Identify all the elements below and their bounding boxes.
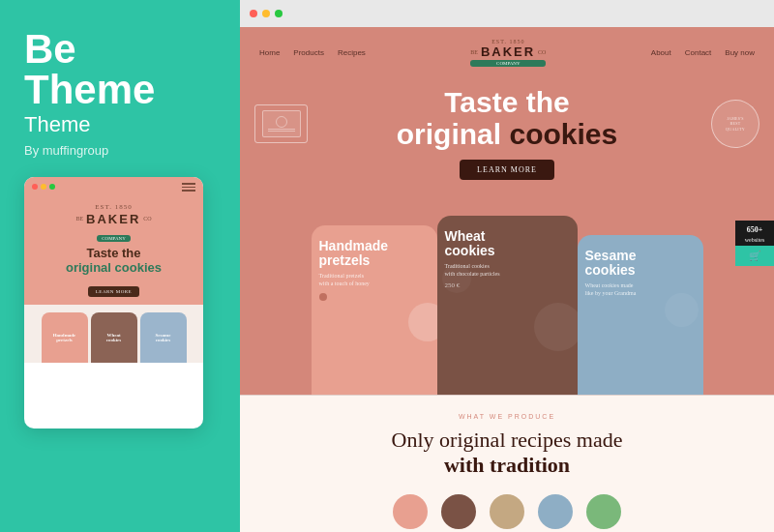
nav-products[interactable]: Products — [293, 48, 324, 57]
desktop-topbar — [240, 0, 774, 27]
nav-contact[interactable]: Contact — [685, 48, 712, 57]
mobile-dot-yellow — [41, 184, 46, 190]
mobile-window-dots — [32, 184, 55, 190]
mobile-company-badge: COMPANY — [97, 235, 131, 242]
bottom-headline: Only original recipes made with traditio… — [259, 428, 755, 479]
mobile-product-wheat: Wheatcookies — [91, 312, 137, 363]
circle-pink — [393, 494, 428, 529]
mobile-product-pretzels: Handmadepretzels — [42, 312, 88, 363]
stamp-circle — [276, 116, 287, 128]
desktop-preview: Home Products Recipes EST. 1850 BE BAKER… — [240, 0, 774, 532]
desktop-dot-yellow — [262, 10, 270, 17]
quality-text: JAMES'SBESTQUALITY — [726, 116, 745, 133]
mobile-cta-button[interactable]: LEARN MORE — [88, 286, 139, 297]
product-pretzels-desc: Traditional pretzelswith a touch of hone… — [319, 273, 430, 288]
bottom-circle-row — [259, 494, 755, 529]
mobile-product-sesame: Sesamecookies — [140, 312, 187, 363]
mobile-co-label: CO — [143, 216, 151, 222]
desktop-headline: Taste the original cookies — [259, 86, 755, 150]
nav-home[interactable]: Home — [259, 48, 280, 57]
desktop-dot-red — [250, 10, 257, 17]
mobile-dot-red — [32, 184, 38, 190]
mobile-hamburger-icon[interactable] — [182, 183, 195, 192]
mobile-headline: Taste the original cookies — [34, 246, 194, 276]
desktop-logo: EST. 1850 BE BAKER CO COMPANY — [470, 39, 546, 67]
circle-beige — [490, 494, 524, 529]
stamp-line-2 — [268, 131, 295, 132]
product-pretzels: Handmadepretzels Traditional pretzelswit… — [312, 225, 437, 395]
cta-buy-now-badge[interactable]: 🛒 — [735, 246, 774, 266]
logo-company-badge: COMPANY — [470, 60, 546, 67]
stamp-inner — [262, 110, 301, 137]
desktop-dot-green — [275, 10, 283, 17]
logo-baker: BAKER — [481, 44, 535, 59]
mobile-be-label: BE — [75, 216, 83, 222]
nav-right-links: About Contact Buy now — [651, 48, 755, 57]
product-wheat: Wheatcookies Traditional cookieswith cho… — [437, 216, 578, 395]
nav-recipes[interactable]: Recipes — [338, 48, 366, 57]
desktop-cta-button[interactable]: LEARN MORE — [460, 160, 554, 180]
logo-co: CO — [538, 49, 546, 55]
section-label: WHAT WE PRODUCE — [259, 413, 755, 420]
desktop-hero-section: Home Products Recipes EST. 1850 BE BAKER… — [240, 27, 774, 395]
stamp-line-1 — [268, 129, 295, 130]
logo-be: BE — [470, 49, 478, 55]
desktop-hero-content: Taste the original cookies LEARN MORE — [240, 78, 774, 188]
product-sesame: Sesamecookies Wheat cookies madelike by … — [578, 235, 703, 395]
nav-about[interactable]: About — [651, 48, 671, 57]
product-sesame-title: Sesamecookies — [585, 249, 696, 279]
cta-count-badge: 650+ websites — [735, 221, 774, 249]
quality-badge: JAMES'SBESTQUALITY — [711, 100, 759, 148]
mobile-products-strip: Handmadepretzels Wheatcookies Sesamecook… — [24, 305, 203, 363]
circle-blue — [538, 494, 573, 529]
mobile-hero-section: EST. 1850 BE BAKER CO COMPANY Taste the … — [24, 197, 203, 305]
desktop-products-strip: Handmadepretzels Traditional pretzelswit… — [240, 201, 774, 395]
left-panel: Be Theme Theme By muffingroup EST. 1850 … — [0, 0, 240, 532]
mobile-topbar — [24, 177, 203, 197]
circle-brown — [441, 494, 476, 529]
stamp-decoration — [254, 104, 308, 143]
product-pretzels-title: Handmadepretzels — [319, 239, 430, 269]
mobile-baker-name: BAKER — [86, 212, 140, 226]
nav-left-links: Home Products Recipes — [259, 48, 366, 57]
logo-be-co: BE BAKER CO — [470, 44, 546, 59]
circle-green — [586, 494, 621, 529]
nav-buy-now[interactable]: Buy now — [725, 48, 755, 57]
mobile-baker-est: EST. 1850 — [34, 203, 194, 211]
brand-title: Be Theme Theme By muffingroup — [24, 29, 216, 158]
mobile-dot-green — [49, 184, 55, 190]
mobile-preview: EST. 1850 BE BAKER CO COMPANY Taste the … — [24, 177, 203, 429]
desktop-bottom-section: WHAT WE PRODUCE Only original recipes ma… — [240, 396, 774, 532]
product-wheat-title: Wheatcookies — [445, 229, 570, 259]
desktop-nav: Home Products Recipes EST. 1850 BE BAKER… — [240, 27, 774, 78]
